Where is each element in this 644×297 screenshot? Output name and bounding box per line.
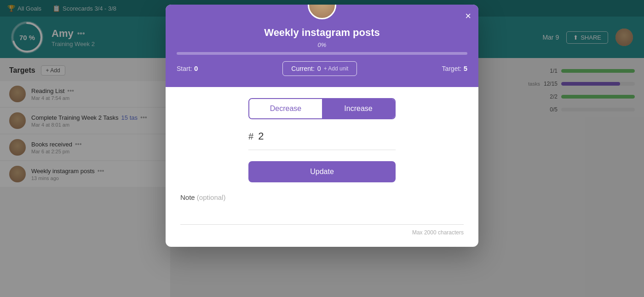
toggle-group: Decrease Increase — [248, 98, 396, 119]
decrease-button[interactable]: Decrease — [249, 99, 322, 118]
close-button[interactable]: × — [465, 11, 471, 21]
note-section: Note (optional) Max 2000 characters — [180, 193, 464, 236]
modal-percent: 0% — [318, 41, 327, 48]
modal-title: Weekly instagram posts — [264, 27, 380, 39]
modal-metrics: Start: 0 Current: 0 + Add unit Target: 5 — [177, 61, 467, 76]
increase-button[interactable]: Increase — [322, 99, 395, 118]
hash-symbol: # — [248, 131, 253, 142]
current-button[interactable]: Current: 0 + Add unit — [282, 61, 357, 76]
modal-overlay[interactable]: × Weekly instagram posts 0% Start: 0 Cur… — [0, 0, 644, 297]
modal-progress-bar — [177, 52, 467, 55]
max-chars-label: Max 2000 characters — [180, 229, 464, 236]
note-label: Note (optional) — [180, 193, 464, 201]
note-textarea[interactable] — [180, 206, 464, 225]
update-button[interactable]: Update — [248, 161, 396, 182]
target-metric: Target: 5 — [442, 64, 467, 73]
modal-body: Decrease Increase # 2 Update Note (optio… — [166, 87, 478, 247]
number-display[interactable]: 2 — [258, 130, 276, 142]
modal: × Weekly instagram posts 0% Start: 0 Cur… — [166, 5, 478, 247]
modal-avatar — [308, 5, 336, 19]
start-metric: Start: 0 — [177, 64, 198, 73]
number-input-area: # 2 — [248, 130, 396, 150]
